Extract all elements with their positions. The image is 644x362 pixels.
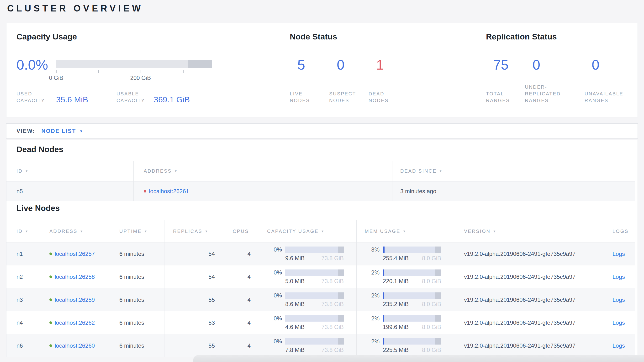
dead-nodes-label: DEAD NODES [368,90,392,104]
capacity-total-value: 73.8 GiB [322,255,344,262]
dead-node-row: n5 localhost:26261 3 minutes ago [6,182,635,201]
chevron-down-icon[interactable]: ▼ [80,129,83,133]
sort-desc-icon: ▼ [25,230,29,233]
node-mem-usage-cell: 2% 235.2 MiB 8.0 GiB [356,288,454,311]
under-replicated-ranges-count: 0 [532,58,540,72]
mem-total-value: 8.0 GiB [422,301,441,307]
axis-tick [56,70,56,73]
live-col-mem-usage[interactable]: MEM USAGE ▼ [356,220,454,242]
live-nodes-heading: Live Nodes [16,204,60,213]
suspect-nodes-count: 0 [337,58,344,72]
logs-link[interactable]: Logs [612,342,625,349]
node-uptime: 6 minutes [111,311,164,334]
node-logs-cell: Logs [604,288,635,311]
dead-col-address-label: ADDRESS [144,168,172,174]
node-id: n1 [6,242,41,265]
dead-node-address-cell: localhost:26261 [134,182,392,201]
node-mem-usage-cell: 2% 199.6 MiB 8.0 GiB [356,311,454,334]
mem-usage-dark-segment [436,247,441,253]
dead-node-dead-since: 3 minutes ago [392,182,635,201]
capacity-usage-dark-segment [338,247,344,253]
capacity-used-value: 4.6 MiB [285,324,304,330]
mem-percent-label: 2% [370,338,380,345]
page-title: CLUSTER OVERVIEW [7,3,143,14]
live-col-uptime[interactable]: UPTIME ▼ [111,220,164,242]
live-status-icon [50,321,52,324]
sort-desc-icon: ▼ [174,169,178,173]
node-capacity-usage-cell: 0% 5.0 MiB 73.8 GiB [259,265,356,288]
live-col-cpus[interactable]: CPUS [224,220,259,242]
capacity-usage-bar [285,247,344,253]
capacity-usage-bar [285,315,344,322]
logs-link[interactable]: Logs [612,319,625,326]
live-col-address[interactable]: ADDRESS ▼ [41,220,111,242]
live-col-version[interactable]: VERSION ▼ [454,220,604,242]
node-address-link[interactable]: localhost:26259 [55,296,95,303]
node-replicas: 55 [164,288,224,311]
dead-col-address[interactable]: ADDRESS ▼ [134,161,392,181]
sort-desc-icon: ▼ [493,230,497,233]
logs-link[interactable]: Logs [612,274,625,280]
capacity-percent-label: 0% [272,292,282,299]
capacity-total-value: 73.8 GiB [322,301,344,307]
live-col-id[interactable]: ID ▼ [6,220,41,242]
capacity-usage-dark-segment [338,315,344,322]
capacity-percent-label: 0% [272,338,282,345]
sort-desc-icon: ▼ [439,169,443,173]
node-list-dropdown-value[interactable]: NODE LIST [42,128,76,134]
node-id: n6 [6,334,41,357]
live-status-icon [50,253,52,255]
dead-col-dead-since[interactable]: DEAD SINCE ▼ [392,161,635,181]
table-row: n4 localhost:26262 6 minutes 53 4 0% [6,311,635,334]
node-address-link[interactable]: localhost:26257 [55,251,95,257]
live-nodes-table-body: n1 localhost:26257 6 minutes 54 4 0% [6,242,635,357]
node-version: v19.2.0-alpha.20190606-2491-gfe735c9a97 [454,265,604,288]
live-col-logs-label: LOGS [612,229,629,234]
mem-usage-bar [383,269,441,276]
node-cpus: 4 [224,242,259,265]
axis-tick [183,70,184,73]
node-cpus: 4 [224,311,259,334]
node-address-cell: localhost:26257 [41,242,111,265]
node-address-link[interactable]: localhost:26260 [55,342,95,349]
capacity-used-value: 5.0 MiB [285,278,304,285]
live-col-mem-usage-label: MEM USAGE [365,229,400,234]
node-address-link[interactable]: localhost:26262 [55,319,95,326]
dead-nodes-count: 1 [376,58,384,72]
mem-usage-dark-segment [436,338,441,344]
live-nodes-table: ID ▼ ADDRESS ▼ UPTIME ▼ REPLICAS ▼ CPUS … [6,220,635,357]
node-address-cell: localhost:26260 [41,334,111,357]
node-version: v19.2.0-alpha.20190606-2491-gfe735c9a97 [454,242,604,265]
node-replicas: 54 [164,265,224,288]
live-col-capacity-usage[interactable]: CAPACITY USAGE ▼ [259,220,356,242]
live-nodes-table-header: ID ▼ ADDRESS ▼ UPTIME ▼ REPLICAS ▼ CPUS … [6,220,635,242]
mem-total-value: 8.0 GiB [422,347,441,353]
mem-used-value: 220.1 MiB [383,278,409,285]
node-logs-cell: Logs [604,334,635,357]
node-address-link[interactable]: localhost:26258 [55,274,95,280]
node-cpus: 4 [224,334,259,357]
logs-link[interactable]: Logs [612,296,625,303]
node-version: v19.2.0-alpha.20190606-2491-gfe735c9a97 [454,288,604,311]
capacity-percent-label: 0% [272,269,282,276]
node-address-cell: localhost:26262 [41,311,111,334]
mem-used-value: 199.6 MiB [383,324,409,330]
node-capacity-usage-cell: 0% 4.6 MiB 73.8 GiB [259,311,356,334]
axis-label-200gib: 200 GiB [130,75,151,81]
live-col-version-label: VERSION [464,229,490,234]
mem-total-value: 8.0 GiB [422,324,441,330]
capacity-usage-bar [285,269,344,276]
node-id: n4 [6,311,41,334]
dead-node-address-link[interactable]: localhost:26261 [149,188,189,195]
mem-usage-bar [383,338,441,344]
sort-desc-icon: ▼ [403,230,406,233]
logs-link[interactable]: Logs [612,251,625,257]
mem-total-value: 8.0 GiB [422,255,441,262]
node-list-dropdown[interactable]: NODE LIST ▼ [42,128,83,134]
bottom-shadow [193,355,644,362]
live-col-replicas[interactable]: REPLICAS ▼ [164,220,224,242]
dead-col-id-label: ID [16,168,23,174]
mem-usage-fill [383,292,384,299]
view-label: VIEW: [16,128,35,134]
dead-col-id[interactable]: ID ▼ [6,161,134,181]
